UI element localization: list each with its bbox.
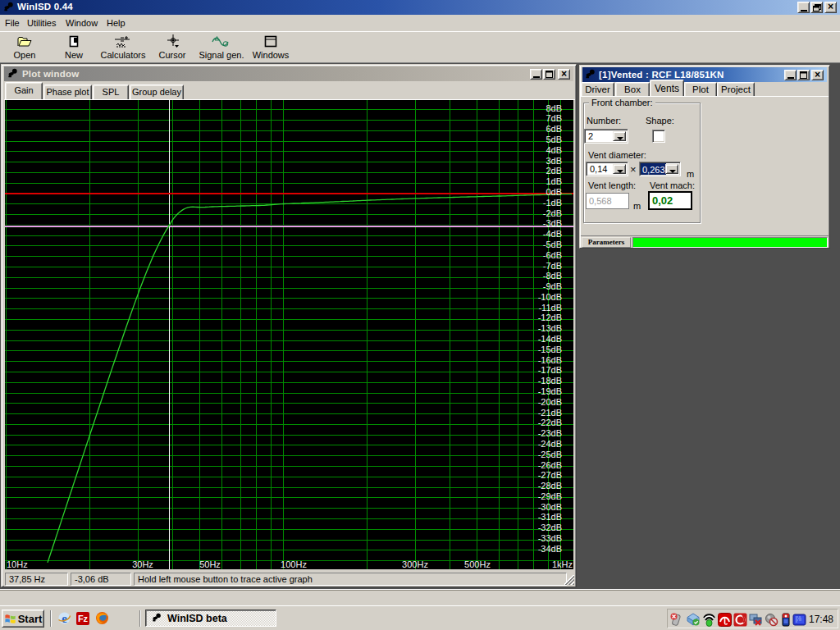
svg-text:-29dB: -29dB <box>538 491 562 501</box>
svg-text:-23dB: -23dB <box>538 428 562 438</box>
svg-text:100Hz: 100Hz <box>281 559 307 569</box>
svg-text:-18dB: -18dB <box>538 376 562 386</box>
svg-text:7dB: 7dB <box>546 113 562 123</box>
svg-text:-17dB: -17dB <box>538 365 562 375</box>
svg-text:-24dB: -24dB <box>538 439 562 449</box>
svg-text:0dB: 0dB <box>546 187 562 197</box>
svg-text:8dB: 8dB <box>546 103 562 113</box>
svg-text:-20dB: -20dB <box>538 397 562 407</box>
svg-text:2dB: 2dB <box>546 166 562 176</box>
svg-text:-30dB: -30dB <box>538 502 562 512</box>
svg-text:-32dB: -32dB <box>538 523 562 532</box>
svg-text:-7dB: -7dB <box>543 261 562 271</box>
svg-text:-31dB: -31dB <box>538 512 562 522</box>
svg-text:-11dB: -11dB <box>538 303 562 313</box>
svg-text:500Hz: 500Hz <box>464 559 491 569</box>
svg-text:5dB: 5dB <box>546 135 562 144</box>
svg-text:-22dB: -22dB <box>538 418 562 427</box>
svg-text:-12dB: -12dB <box>538 313 562 322</box>
svg-text:-13dB: -13dB <box>538 323 562 333</box>
svg-text:6dB: 6dB <box>546 124 562 134</box>
svg-text:-19dB: -19dB <box>538 386 562 396</box>
svg-text:-28dB: -28dB <box>538 481 562 491</box>
svg-text:-2dB: -2dB <box>543 208 562 218</box>
svg-text:4dB: 4dB <box>546 145 562 155</box>
svg-text:-3dB: -3dB <box>543 218 562 228</box>
svg-text:-4dB: -4dB <box>543 229 562 239</box>
svg-text:Fz: Fz <box>78 614 89 623</box>
svg-text:e: e <box>62 612 67 625</box>
svg-text:1dB: 1dB <box>546 176 562 186</box>
svg-text:-14dB: -14dB <box>538 334 562 344</box>
svg-text:-27dB: -27dB <box>538 470 562 480</box>
svg-text:10Hz: 10Hz <box>7 559 28 569</box>
svg-text:1kHz: 1kHz <box>552 559 573 569</box>
svg-text:30Hz: 30Hz <box>132 559 153 569</box>
svg-text:-5dB: -5dB <box>543 240 562 249</box>
svg-text:-16dB: -16dB <box>538 355 562 365</box>
svg-text:300Hz: 300Hz <box>402 559 428 569</box>
svg-text:-26dB: -26dB <box>538 460 562 470</box>
svg-text:-33dB: -33dB <box>538 533 562 543</box>
svg-text:-1dB: -1dB <box>543 198 562 208</box>
svg-text:-34dB: -34dB <box>538 544 562 554</box>
svg-text:3dB: 3dB <box>546 156 562 166</box>
svg-text:-10dB: -10dB <box>538 292 562 302</box>
svg-text:-25dB: -25dB <box>538 450 562 459</box>
svg-text:-21dB: -21dB <box>538 408 562 418</box>
svg-text:-8dB: -8dB <box>543 271 562 281</box>
svg-text:-15dB: -15dB <box>538 345 562 354</box>
svg-text:-6dB: -6dB <box>543 250 562 260</box>
svg-text:-9dB: -9dB <box>543 281 562 291</box>
svg-text:50Hz: 50Hz <box>199 559 221 569</box>
